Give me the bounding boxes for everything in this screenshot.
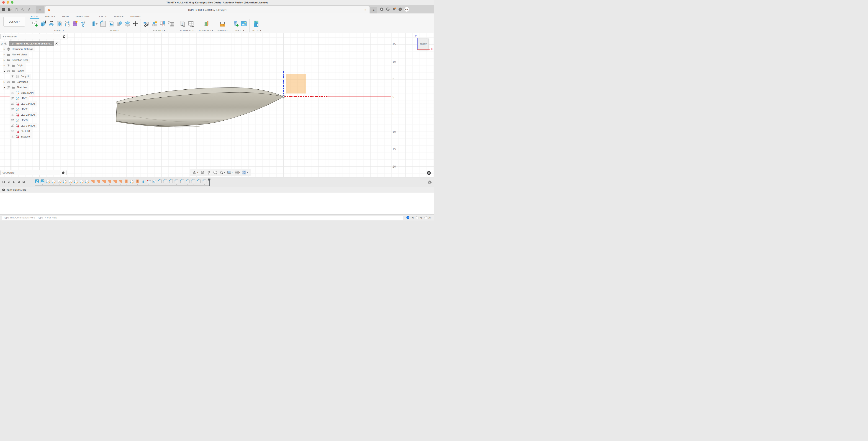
model-viewport[interactable]: 15 10 5 0 5 10 15 20 Z FRONT X ◀◀ BROWSE… <box>0 33 434 177</box>
tree-row-label[interactable]: LEV 3 <box>21 119 28 121</box>
insert-mccaster-button[interactable] <box>232 20 239 27</box>
sketch-feature-icon[interactable] <box>52 179 56 183</box>
help-icon[interactable] <box>398 7 402 11</box>
expand-caret-icon[interactable]: ◢ <box>3 70 5 72</box>
timeline-item-canvas[interactable] <box>34 179 40 185</box>
visibility-dim-eye-icon[interactable] <box>11 113 14 117</box>
visibility-eye-icon[interactable] <box>7 64 10 67</box>
group-insert-label[interactable]: INSERT <box>235 29 242 31</box>
sketch-feature-icon[interactable] <box>74 179 78 183</box>
text-commands-header[interactable]: TEXT COMMANDS <box>0 187 434 192</box>
step-forward-button[interactable] <box>17 180 21 184</box>
collapse-panel-icon[interactable]: ◀◀ <box>2 36 4 37</box>
collapsed-caret-icon[interactable]: ▷ <box>3 81 5 83</box>
timeline-item-loft[interactable] <box>112 179 118 185</box>
tab-surface[interactable]: SURFACE <box>44 14 56 19</box>
select-button[interactable] <box>253 20 260 27</box>
visibility-off-eye-icon[interactable] <box>7 86 10 89</box>
triangle-feature-icon[interactable] <box>141 179 145 183</box>
error-feature-icon[interactable] <box>147 179 151 183</box>
visibility-dim-eye-icon[interactable] <box>11 91 14 95</box>
tree-row-root[interactable]: ◢ TRINITY HULL 48CM by Kdrc... <box>0 41 60 46</box>
timeline-item-fillet[interactable] <box>202 179 207 185</box>
configure-button[interactable] <box>179 20 186 27</box>
insert-derive-button[interactable] <box>143 20 150 27</box>
x-axis-construction-line[interactable] <box>284 96 328 97</box>
timeline-item-plane[interactable] <box>135 179 140 185</box>
expand-caret-icon[interactable]: ◢ <box>0 42 3 45</box>
press-pull-button[interactable] <box>91 20 98 27</box>
sketch-feature-icon[interactable] <box>130 179 134 183</box>
create-form-button[interactable] <box>71 20 79 27</box>
tree-row-label[interactable]: Selection Sets <box>12 59 28 61</box>
timeline-item-canvas[interactable] <box>40 179 45 185</box>
loft-feature-icon[interactable] <box>102 179 106 183</box>
tab-solid[interactable]: SOLID <box>31 14 38 19</box>
sketch-feature-icon[interactable] <box>85 179 89 183</box>
measure-button[interactable] <box>219 20 226 27</box>
grid-settings-button[interactable]: ▾ <box>235 170 240 175</box>
group-inspect-label[interactable]: INSPECT <box>218 29 226 31</box>
timeline-item-triangle[interactable] <box>140 179 146 185</box>
timeline-item-fillet[interactable] <box>163 179 168 185</box>
loft-feature-icon[interactable] <box>91 179 95 183</box>
create-sketch-button[interactable] <box>31 20 38 27</box>
tree-row-label[interactable]: Origin <box>17 64 23 67</box>
visibility-off-eye-icon[interactable] <box>11 96 14 100</box>
visibility-off-eye-icon[interactable] <box>11 102 14 106</box>
timeline-item-fillet[interactable] <box>174 179 180 185</box>
sketch-feature-icon[interactable] <box>68 179 73 183</box>
joint-button[interactable] <box>159 20 166 27</box>
zoom-button[interactable] <box>213 170 217 175</box>
timeline-item-error[interactable] <box>146 179 152 185</box>
close-window-button[interactable] <box>2 1 5 4</box>
tree-row-lev2-proj[interactable]: LEV 2 PROJ <box>9 112 37 117</box>
tree-row-label[interactable]: LEV 3 PROJ <box>21 124 35 127</box>
sketch-feature-icon[interactable] <box>63 179 67 183</box>
tree-row-label[interactable]: Sketch8 <box>21 130 30 133</box>
canvas-feature-icon[interactable] <box>40 179 45 183</box>
timeline-item-loft[interactable] <box>101 179 107 185</box>
timeline-item-sketch[interactable] <box>51 179 57 185</box>
collapsed-caret-icon[interactable]: ▷ <box>3 64 5 66</box>
tree-row-document-settings[interactable]: ▷ Document Settings <box>3 46 35 52</box>
visibility-dim-eye-icon[interactable] <box>11 135 14 139</box>
comments-panel-header[interactable]: COMMENTS <box>0 170 66 175</box>
text-commands-output[interactable] <box>0 192 434 214</box>
plane-feature-icon[interactable] <box>135 179 140 183</box>
close-tab-icon[interactable]: × <box>364 8 367 11</box>
hull-body-model[interactable] <box>114 86 287 131</box>
group-select-label[interactable]: SELECT <box>252 29 259 31</box>
tree-row-label[interactable]: LEV 2 <box>21 108 28 111</box>
timeline-item-sketch[interactable] <box>45 179 51 185</box>
fillet-feature-icon[interactable] <box>202 179 207 183</box>
radio-icon[interactable] <box>416 216 419 219</box>
save-button[interactable] <box>14 7 18 11</box>
tab-manage[interactable]: MANAGE <box>114 14 124 19</box>
pan-button[interactable] <box>207 170 211 175</box>
fillet-feature-icon[interactable] <box>163 179 167 183</box>
tree-row-label[interactable]: Sketches <box>17 86 27 89</box>
tab-sheet-metal[interactable]: SHEET METAL <box>75 14 91 19</box>
sketch-feature-icon[interactable] <box>46 179 50 183</box>
origin-point[interactable] <box>282 95 285 98</box>
tree-row-lev3-proj[interactable]: LEV 3 PROJ <box>9 123 37 128</box>
tree-row-lev1-proj[interactable]: LEV 1 PROJ <box>9 101 37 107</box>
app-launcher-button[interactable] <box>2 8 5 11</box>
tree-row-label[interactable]: Bodies <box>17 69 24 72</box>
timeline-item-sketch[interactable] <box>129 179 135 185</box>
loft-feature-icon[interactable] <box>96 179 100 183</box>
tree-row-label[interactable]: SIDE MAIN <box>21 91 33 94</box>
go-to-end-button[interactable] <box>22 180 26 184</box>
tree-row-body11[interactable]: Body11 <box>9 74 31 79</box>
notifications-bell-icon[interactable] <box>392 7 396 11</box>
fillet-feature-icon[interactable] <box>196 179 201 183</box>
timeline-item-sketch[interactable] <box>73 179 79 185</box>
zoom-window-button[interactable]: ▾ <box>219 170 225 175</box>
minimize-panel-icon[interactable] <box>2 188 5 191</box>
fillet-feature-icon[interactable] <box>169 179 173 183</box>
job-status-icon[interactable] <box>386 7 390 11</box>
shell-feature-icon[interactable] <box>152 179 156 183</box>
viewports-button[interactable]: ▾ <box>242 170 248 175</box>
group-construct-label[interactable]: CONSTRUCT <box>199 29 211 31</box>
